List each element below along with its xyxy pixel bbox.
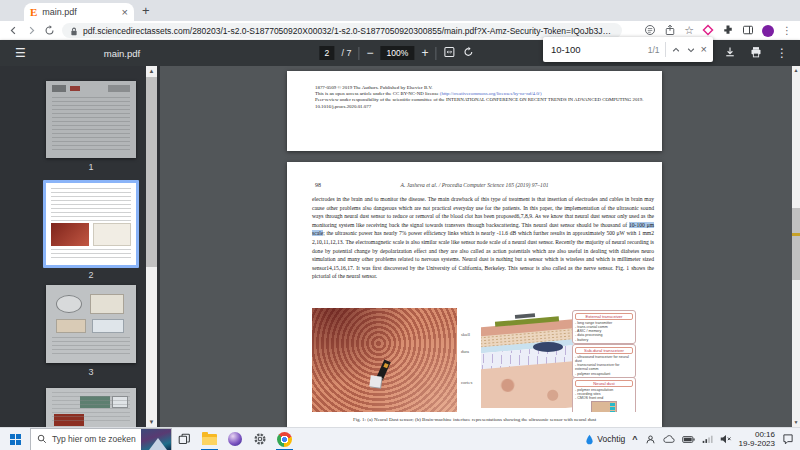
start-button[interactable] [0,434,30,445]
thumbnail-sidebar: 1 2 3 ▲ ▼ [0,66,160,427]
side-panel-icon[interactable] [742,22,754,40]
scroll-up-icon[interactable]: ▲ [792,66,800,75]
weather-label: Vochtig [597,434,625,444]
search-icon [37,430,47,448]
document-scrollbar[interactable]: ▲ ▼ [792,66,800,427]
layer-label-dura: dura [461,349,469,354]
license-text: 1877-0509 © 2019 The Authors. Published … [315,85,653,110]
chrome-button[interactable] [272,428,297,450]
extensions-puzzle-icon[interactable] [722,22,734,40]
page-total-label: / 7 [341,48,351,58]
toolbar-divider [435,47,436,60]
file-explorer-button[interactable] [197,428,222,450]
body-paragraph: electrodes in the brain and to monitor t… [312,195,654,281]
print-icon[interactable] [750,44,762,62]
callout-neural-dust: Neural dust polymer encapsulation record… [572,377,636,412]
system-tray: Vochtig ^ 00:16 19-9-2023 [585,430,800,448]
paint3d-icon [228,432,242,446]
chrome-icon [277,432,292,447]
battery-icon[interactable] [682,435,695,444]
pdf-menu-icon[interactable]: ☰ [15,46,26,60]
taskbar-clock[interactable]: 00:16 19-9-2023 [739,430,775,448]
zoom-level[interactable]: 100% [380,46,414,60]
zoom-out-button[interactable]: − [366,47,373,59]
taskbar-search-box[interactable]: Typ hier om te zoeken [30,428,172,450]
sidebar-scrollbar[interactable]: ▲ ▼ [146,66,157,427]
thumbnail-page-3[interactable] [46,285,136,363]
tab-title: main.pdf [42,7,116,17]
weather-widget[interactable]: Vochtig [585,434,625,445]
brain-layers-graphic [481,312,573,408]
thumbnail-page-4[interactable] [46,388,136,427]
network-icon[interactable] [702,435,713,444]
tray-expand-icon[interactable]: ^ [632,434,637,444]
paint3d-app-button[interactable] [222,428,247,450]
search-highlight-image[interactable] [141,429,171,450]
neural-dust-chip-graphic [591,401,617,412]
find-input[interactable] [549,43,643,56]
pdf-page-2: 98 A. Jasheva et al. / Procedia Computer… [287,162,662,427]
forward-icon[interactable] [26,25,37,36]
sidebar-scroll-up-icon[interactable]: ▲ [146,66,157,76]
gear-icon [253,432,267,446]
find-bar-divider [665,42,666,57]
browser-tab[interactable]: E main.pdf × [24,3,134,21]
url-bar[interactable]: pdf.sciencedirectassets.com/280203/1-s2.… [62,23,622,38]
action-center-icon[interactable] [782,433,794,445]
figure-diagram-brain-interface: skull dura cortex External transceiver l… [459,308,640,412]
thumb2-photo-mock [51,223,89,246]
figure-caption: Fig. 1: (a) Neural Dust sensor; (b) Brai… [287,417,662,422]
find-match-marker [792,233,800,236]
scrollbar-thumb[interactable] [792,208,800,280]
new-tab-button[interactable]: + [142,4,150,17]
lock-icon [70,22,78,40]
settings-button[interactable] [247,428,272,450]
search-placeholder: Typ hier om te zoeken [52,434,136,444]
profile-avatar[interactable] [762,25,774,37]
task-view-button[interactable] [172,428,197,450]
pdf-toolbar-right: ⋮ [724,44,788,62]
windows-logo-icon [10,434,21,445]
pdf-title: main.pdf [104,48,140,59]
browser-tabstrip: E main.pdf × + [0,0,800,21]
doi-line: 10.1016/j.procs.2020.01.077 [315,104,653,110]
thumbnail-page-2-selected[interactable] [43,180,139,268]
thumbnail-page-1[interactable] [46,81,136,158]
download-icon[interactable] [724,44,736,62]
running-head: A. Jasheva et al. / Procedia Computer Sc… [287,182,662,188]
find-close-icon[interactable]: × [701,44,707,55]
tab-close-icon[interactable]: × [122,7,128,18]
zoom-in-button[interactable]: + [421,47,428,59]
back-icon[interactable] [8,25,19,36]
browser-menu-icon[interactable]: ⋮ [782,26,792,36]
volume-muted-icon[interactable] [720,434,732,444]
pdf-more-icon[interactable]: ⋮ [776,47,788,59]
elsevier-favicon-icon: E [30,7,37,18]
tray-user-icon[interactable] [645,434,656,445]
folder-icon [202,434,217,445]
figure-photo-neural-dust [312,308,457,412]
thumbnail-label: 1 [46,162,136,172]
find-previous-icon[interactable] [671,45,681,55]
bookmark-star-icon[interactable]: ☆ [684,25,694,36]
screen: E main.pdf × + pdf.sciencedirectassets.c… [0,0,800,450]
pdf-toolbar-center: / 7 − 100% + [319,44,474,62]
pdf-page-1-bottom: 1877-0509 © 2019 The Authors. Published … [287,71,662,151]
callout-external-transceiver: External transceiver long range transmit… [572,310,636,344]
sidebar-scroll-down-icon[interactable]: ▼ [146,417,157,427]
clock-date: 19-9-2023 [739,439,775,448]
sidebar-scrollbar-thumb[interactable] [146,77,157,267]
callout-subdural-transceiver: Sub-dural transceiver ultrasound transce… [572,344,636,378]
clock-time: 00:16 [739,430,775,439]
pdf-content-area[interactable]: 1877-0509 © 2019 The Authors. Published … [160,66,792,427]
thumbnail-label: 2 [46,270,136,280]
reload-icon[interactable] [44,25,55,36]
find-bar: 1/1 × [543,37,713,62]
scroll-down-icon[interactable]: ▼ [792,418,800,427]
rotate-icon[interactable] [462,44,474,62]
find-next-icon[interactable] [686,45,696,55]
onedrive-cloud-icon[interactable] [663,434,675,444]
page-number-input[interactable] [319,46,334,60]
fit-page-icon[interactable] [443,44,455,62]
license-link[interactable]: (http://creativecommons.org/licenses/by-… [440,91,542,96]
